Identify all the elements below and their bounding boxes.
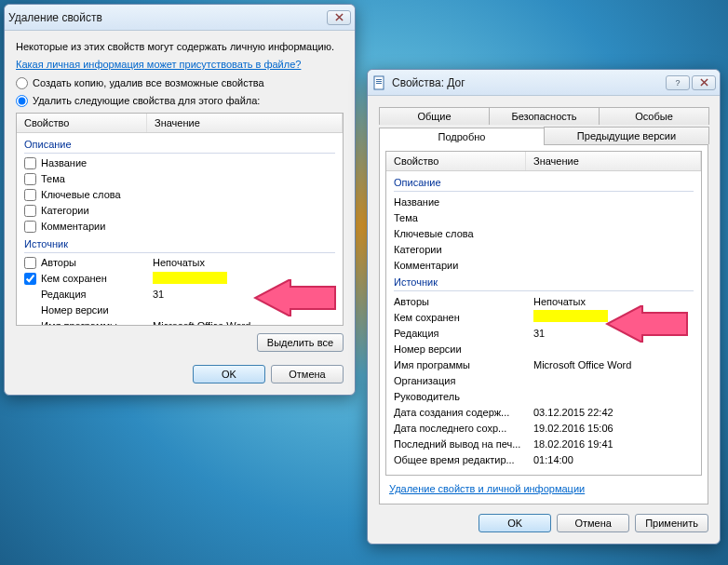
tab[interactable]: Особые [599,107,709,125]
select-all-button[interactable]: Выделить все [257,333,344,352]
list-body[interactable]: ОписаниеНазваниеТемаКлючевые словаКатего… [17,133,343,325]
list-item[interactable]: Категории [386,241,701,257]
ok-button[interactable]: OK [193,365,265,383]
tab[interactable]: Безопасность [489,107,600,125]
apply-button[interactable]: Применить [635,514,708,532]
redacted-highlight [153,272,227,284]
property-label: Категории [394,244,533,255]
remove-properties-link[interactable]: Удаление свойств и личной информации [389,483,585,494]
group-header: Источник [386,273,701,290]
list-item[interactable]: Последний вывод на печ...18.02.2016 19:4… [386,436,701,451]
property-label: Категории [41,205,153,216]
list-item[interactable]: Имя программыMicrosoft Office Word [386,356,701,372]
svg-rect-2 [376,81,382,82]
property-value: Microsoft Office Word [153,320,335,325]
document-icon [371,75,386,90]
tab[interactable]: Общие [379,107,490,125]
tab[interactable]: Предыдущие версии [544,127,709,144]
list-item[interactable]: Имя программыMicrosoft Office Word [17,318,343,325]
list-item[interactable]: Общее время редактир...01:14:00 [386,451,701,467]
list-item[interactable]: Дата создания содерж...03.12.2015 22:42 [386,404,701,420]
details-list: Свойство Значение ОписаниеНазваниеТемаКл… [385,151,702,476]
list-item[interactable]: Номер версии [386,341,701,356]
titlebar: Свойства: Дог ? [368,70,720,96]
radio-create-copy[interactable]: Создать копию, удалив все возможные свой… [16,77,344,89]
property-label: Комментарии [394,260,533,271]
window-title: Удаление свойств [8,11,327,24]
cancel-button[interactable]: Отмена [557,514,629,532]
col-value[interactable]: Значение [147,114,343,132]
property-label: Редакция [41,289,153,300]
col-property[interactable]: Свойство [17,114,147,132]
property-label: Номер версии [394,343,533,355]
list-item[interactable]: Кем сохранен [386,309,701,325]
property-label: Название [394,196,533,208]
radio-remove-selected[interactable]: Удалить следующие свойства для этого фай… [16,95,344,107]
list-item[interactable]: Дата последнего сохр...19.02.2016 15:06 [386,420,701,436]
list-item[interactable]: АвторыНепочатых [17,255,343,271]
ok-button[interactable]: OK [479,514,551,532]
help-button[interactable]: ? [666,75,690,90]
property-checkbox[interactable] [24,221,36,233]
list-item[interactable]: Название [386,194,701,209]
tab[interactable]: Подробно [379,128,545,145]
property-checkbox[interactable] [24,273,36,285]
window-title: Свойства: Дог [392,76,666,89]
col-property[interactable]: Свойство [386,152,526,170]
list-item[interactable]: Тема [17,171,343,187]
property-label: Комментарии [41,221,153,232]
property-checkbox[interactable] [24,257,36,269]
titlebar: Удаление свойств [5,5,355,31]
cancel-button[interactable]: Отмена [271,365,344,383]
property-label: Дата создания содерж... [394,407,533,418]
radio-remove-selected-input[interactable] [16,95,28,107]
property-label: Имя программы [394,359,533,370]
list-item[interactable]: Редакция31 [17,287,343,303]
property-value: Непочатых [153,257,335,268]
list-item[interactable]: Ключевые слова [386,225,701,241]
properties-list: Свойство Значение ОписаниеНазваниеТемаКл… [16,113,344,326]
hint-link[interactable]: Какая личная информация может присутство… [16,59,301,70]
redacted-highlight [533,310,608,322]
list-item[interactable]: Название [17,155,343,171]
list-item[interactable]: Категории [17,203,343,219]
group-header: Описание [17,135,343,153]
property-value: 19.02.2016 15:06 [533,423,694,434]
property-value: 03.12.2015 22:42 [533,407,694,418]
radio-create-copy-input[interactable] [16,77,28,89]
list-item[interactable]: Кем сохранен [17,271,343,287]
property-label: Последний вывод на печ... [394,438,533,450]
close-button[interactable] [692,75,716,90]
list-body[interactable]: ОписаниеНазваниеТемаКлючевые словаКатего… [386,171,701,475]
property-label: Имя программы [41,320,153,325]
property-label: Организация [394,375,533,386]
list-item[interactable]: Тема [386,209,701,225]
property-label: Руководитель [394,391,533,402]
property-checkbox[interactable] [24,205,36,217]
list-item[interactable]: АвторыНепочатых [386,293,701,309]
property-value: Microsoft Office Word [533,359,694,370]
list-item[interactable]: Номер версии [17,303,343,318]
property-label: Тема [41,173,153,184]
col-value[interactable]: Значение [526,152,701,170]
group-header: Описание [386,173,701,191]
property-checkbox[interactable] [24,157,36,169]
group-header: Источник [17,235,343,252]
list-item[interactable]: Ключевые слова [17,187,343,203]
property-value [533,310,694,324]
list-item[interactable]: Комментарии [17,219,343,235]
tab-content: Свойство Значение ОписаниеНазваниеТемаКл… [379,144,708,504]
list-item[interactable]: Редакция31 [386,325,701,341]
property-label: Кем сохранен [41,273,153,284]
hint-text: Некоторые из этих свойств могут содержат… [16,40,344,54]
list-item[interactable]: Комментарии [386,257,701,273]
list-header: Свойство Значение [386,152,701,171]
property-label: Ключевые слова [41,189,153,200]
property-checkbox[interactable] [24,189,36,201]
property-checkbox[interactable] [24,173,36,185]
property-label: Редакция [394,328,533,339]
close-button[interactable] [327,10,351,25]
list-item[interactable]: Руководитель [386,388,701,404]
list-item[interactable]: Организация [386,372,701,388]
property-label: Ключевые слова [394,228,533,239]
